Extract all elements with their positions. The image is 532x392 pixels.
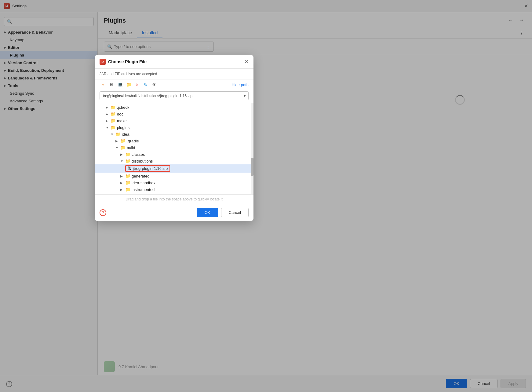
monitor-toolbar-button[interactable]: 🖥: [108, 81, 115, 88]
tree-item-plugins[interactable]: ▼ 📁 plugins: [95, 124, 253, 131]
dialog-help-icon[interactable]: ?: [100, 209, 106, 216]
chevron-right-icon: ▶: [120, 188, 124, 191]
scrollbar-track[interactable]: [251, 103, 253, 194]
view-toolbar-button[interactable]: 👁: [151, 81, 158, 88]
new-folder-toolbar-button[interactable]: 📁: [125, 81, 132, 88]
dialog-app-icon: IJ: [100, 59, 106, 65]
tree-item-generated[interactable]: ▶ 📁 generated: [95, 173, 253, 179]
settings-window: IJ Settings ✕ 🔍 ▶ Appearance & Behavior …: [0, 0, 532, 392]
chevron-right-icon: ▶: [106, 112, 109, 116]
chevron-down-icon: ▼: [111, 133, 114, 136]
dialog-cancel-button[interactable]: Cancel: [221, 208, 249, 217]
scrollbar-thumb[interactable]: [251, 158, 253, 176]
tree-item-idea-sandbox[interactable]: ▶ 📁 idea-sandbox: [95, 179, 253, 186]
folder-icon: 📁: [125, 159, 130, 163]
tree-item-instrumented[interactable]: ▶ 📁 instrumented: [95, 186, 253, 193]
chevron-right-icon: ▶: [106, 119, 109, 123]
modal-overlay: IJ Choose Plugin File ✕ JAR and ZIP arch…: [0, 0, 532, 392]
path-input-container: ▾: [100, 91, 249, 100]
chevron-down-icon: ▼: [120, 159, 124, 163]
dialog-subtitle: JAR and ZIP archives are accepted: [95, 69, 253, 79]
tree-item-gradle[interactable]: ▶ 📁 .gradle: [95, 137, 253, 144]
tree-item-distributions[interactable]: ▼ 📁 distributions: [95, 158, 253, 164]
dialog-close-button[interactable]: ✕: [244, 59, 249, 64]
chevron-right-icon: ▶: [120, 181, 124, 185]
file-tree: ▶ 📁 .jcheck ▶ 📁 doc ▶ 📁 make: [95, 103, 253, 194]
chevron-right-icon: ▶: [120, 174, 124, 178]
folder-icon: 📁: [125, 187, 130, 192]
choose-plugin-dialog: IJ Choose Plugin File ✕ JAR and ZIP arch…: [95, 55, 253, 221]
zip-file-icon: 🗜: [128, 166, 132, 171]
folder-icon: 📁: [125, 152, 130, 157]
selected-file-highlight: 🗜 jtreg-plugin-1.16.zip: [125, 165, 170, 172]
tree-item-doc[interactable]: ▶ 📁 doc: [95, 111, 253, 117]
chevron-down-icon: ▼: [106, 126, 109, 129]
path-input[interactable]: [100, 92, 241, 100]
hide-path-button[interactable]: Hide path: [231, 82, 249, 87]
dialog-toolbar: ⌂ 🖥 💻 📁 ✕ ↻ 👁 Hide path: [95, 79, 253, 90]
path-input-row: ▾: [95, 90, 253, 103]
home-toolbar-button[interactable]: ⌂: [100, 81, 106, 88]
folder-icon: 📁: [120, 145, 126, 150]
path-dropdown-button[interactable]: ▾: [241, 92, 248, 100]
chevron-right-icon: ▶: [115, 139, 119, 143]
computer-toolbar-button[interactable]: 💻: [117, 81, 123, 88]
dialog-title: Choose Plugin File: [108, 59, 242, 64]
refresh-toolbar-button[interactable]: ↻: [142, 81, 149, 88]
drag-drop-hint: Drag and drop a file into the space abov…: [95, 194, 253, 204]
chevron-right-icon: ▶: [106, 106, 109, 109]
tree-item-jcheck[interactable]: ▶ 📁 .jcheck: [95, 104, 253, 111]
chevron-right-icon: ▶: [120, 153, 124, 156]
tree-item-build[interactable]: ▼ 📁 build: [95, 144, 253, 151]
delete-toolbar-button[interactable]: ✕: [134, 81, 140, 88]
folder-icon: 📁: [111, 105, 116, 110]
tree-item-classes[interactable]: ▶ 📁 classes: [95, 151, 253, 158]
folder-icon: 📁: [111, 112, 116, 116]
dialog-title-bar: IJ Choose Plugin File ✕: [95, 55, 253, 69]
tree-item-zip[interactable]: 🗜 jtreg-plugin-1.16.zip: [95, 164, 253, 173]
folder-icon: 📁: [111, 118, 116, 123]
folder-icon: 📁: [115, 132, 121, 137]
tree-item-idea[interactable]: ▼ 📁 idea: [95, 131, 253, 137]
tree-item-make[interactable]: ▶ 📁 make: [95, 117, 253, 124]
dialog-footer: ? OK Cancel: [95, 204, 253, 221]
folder-icon: 📁: [120, 138, 126, 143]
folder-icon: 📁: [125, 180, 130, 185]
chevron-down-icon: ▼: [115, 146, 119, 149]
folder-icon: 📁: [125, 174, 130, 178]
folder-icon: 📁: [111, 125, 116, 130]
dialog-ok-button[interactable]: OK: [197, 208, 218, 217]
